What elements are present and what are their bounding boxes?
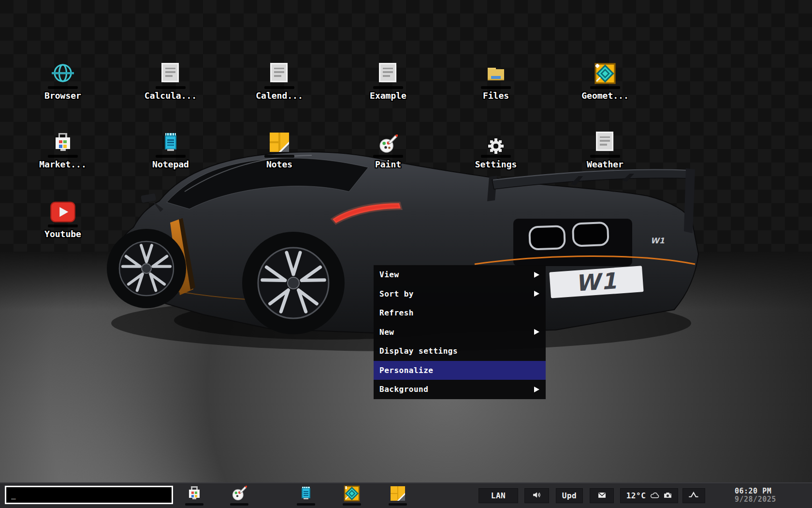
- icon-shadow: [156, 155, 186, 158]
- signal-graph-button[interactable]: [682, 488, 705, 503]
- menu-item-view[interactable]: View: [374, 265, 546, 284]
- menu-item-label: New: [379, 328, 394, 337]
- taskbar-app-notepad[interactable]: [295, 485, 317, 507]
- submenu-arrow-icon: [534, 329, 539, 335]
- geometry-cube-icon: [343, 485, 361, 502]
- geometry-cube-icon: [571, 59, 639, 85]
- desktop-icon-label: Youtube: [29, 229, 97, 239]
- document-icon: [571, 128, 639, 154]
- submenu-arrow-icon: [534, 387, 539, 392]
- running-indicator: [389, 503, 407, 506]
- desktop-icon-market[interactable]: Market...: [29, 128, 97, 169]
- desktop-icon-label: Geomet...: [571, 90, 639, 101]
- desktop-icon-label: Notes: [246, 159, 313, 169]
- menu-item-personalize[interactable]: Personalize: [374, 361, 546, 380]
- sticky-note-icon: [389, 485, 406, 502]
- desktop-icon-label: Example: [354, 90, 422, 101]
- taskbar-app-notes[interactable]: [387, 485, 408, 507]
- menu-item-label: Personalize: [379, 366, 433, 375]
- menu-item-label: View: [379, 270, 399, 279]
- desktop-icon-browser[interactable]: Browser: [29, 59, 97, 101]
- network-label: LAN: [491, 491, 506, 500]
- folder-icon: [462, 59, 530, 85]
- menu-item-refresh[interactable]: Refresh: [374, 303, 546, 323]
- desktop-icon-label: Weather: [571, 159, 639, 169]
- desktop-icon-files[interactable]: Files: [462, 59, 530, 101]
- notepad-icon: [137, 128, 204, 154]
- taskbar-app-market[interactable]: [184, 485, 205, 507]
- paint-palette-icon: [354, 128, 422, 154]
- globe-icon: [29, 59, 97, 85]
- menu-item-label: Sort by: [379, 289, 414, 299]
- desktop-icon-paint[interactable]: Paint: [354, 128, 422, 169]
- document-icon: [137, 59, 204, 85]
- desktop-icon-label: Calend...: [246, 90, 313, 101]
- volume-button[interactable]: [524, 488, 549, 503]
- updates-label: Upd: [562, 491, 577, 500]
- paint-palette-icon: [232, 485, 247, 502]
- plate-text: W1: [575, 268, 618, 297]
- desktop-icon-example[interactable]: Example: [354, 59, 422, 101]
- document-icon: [354, 59, 422, 85]
- desktop-icon-geometry[interactable]: Geomet...: [571, 59, 639, 101]
- context-menu: View Sort by Refresh New Display setting…: [374, 265, 546, 399]
- icon-shadow: [481, 86, 511, 89]
- menu-item-label: Background: [379, 385, 428, 394]
- running-indicator: [185, 503, 203, 506]
- desktop-icon-calendar[interactable]: Calend...: [246, 59, 313, 101]
- desktop-icon-notepad[interactable]: Notepad: [137, 128, 204, 169]
- updates-button[interactable]: Upd: [556, 488, 583, 503]
- desktop-icon-label: Notepad: [137, 159, 204, 169]
- speaker-icon: [533, 491, 541, 500]
- icon-shadow: [590, 86, 620, 89]
- sticky-note-icon: [246, 128, 313, 154]
- desktop-icon-label: Calcula...: [137, 90, 204, 101]
- clock-time: 06:20 PM: [735, 487, 776, 495]
- cloud-icon: [650, 491, 660, 500]
- youtube-play-icon: [29, 197, 97, 224]
- desktop-icon-calculator[interactable]: Calcula...: [137, 59, 204, 101]
- network-status-button[interactable]: LAN: [478, 488, 518, 503]
- desktop-icon-youtube[interactable]: Youtube: [29, 197, 97, 239]
- desktop-icon-label: Files: [462, 90, 530, 101]
- icon-shadow: [264, 155, 294, 158]
- clock-date: 9/28/2025: [735, 495, 776, 504]
- taskbar: LAN Upd 12°C 06:20 PM 9/28/2025: [0, 482, 812, 508]
- menu-item-new[interactable]: New: [374, 323, 546, 342]
- menu-item-background[interactable]: Background: [374, 380, 546, 399]
- taskbar-clock[interactable]: 06:20 PM 9/28/2025: [735, 487, 776, 504]
- badge-text: W1: [651, 236, 665, 245]
- desktop-icon-notes[interactable]: Notes: [246, 128, 313, 169]
- desktop-icon-label: Market...: [29, 159, 97, 169]
- running-indicator: [297, 503, 315, 506]
- icon-shadow: [48, 224, 78, 227]
- desktop-icon-weather[interactable]: Weather: [571, 128, 639, 169]
- document-icon: [246, 59, 313, 85]
- menu-item-sort-by[interactable]: Sort by: [374, 284, 546, 304]
- taskbar-app-geometry[interactable]: [341, 485, 362, 507]
- search-input[interactable]: [5, 486, 173, 504]
- envelope-icon: [598, 491, 606, 500]
- icon-shadow: [481, 155, 511, 158]
- temperature-label: 12°C: [626, 491, 646, 500]
- gear-icon: [462, 128, 530, 154]
- menu-item-display-settings[interactable]: Display settings: [374, 342, 546, 361]
- submenu-arrow-icon: [534, 291, 539, 297]
- icon-shadow: [48, 155, 78, 158]
- icon-shadow: [373, 155, 403, 158]
- weather-button[interactable]: 12°C: [620, 488, 678, 503]
- taskbar-app-paint[interactable]: [229, 485, 250, 507]
- icon-shadow: [48, 86, 78, 89]
- menu-item-label: Display settings: [379, 346, 458, 356]
- icon-shadow: [156, 86, 186, 89]
- desktop-icon-label: Browser: [29, 90, 97, 101]
- running-indicator: [230, 503, 248, 506]
- notepad-icon: [300, 485, 312, 502]
- mail-button[interactable]: [590, 488, 614, 503]
- icon-shadow: [373, 86, 403, 89]
- desktop-icon-settings[interactable]: Settings: [462, 128, 530, 169]
- camera-icon: [664, 491, 672, 500]
- desktop-screen: { "wallpaper": { "description": "dark gr…: [0, 0, 812, 508]
- menu-item-label: Refresh: [379, 308, 414, 317]
- store-bag-icon: [187, 485, 202, 502]
